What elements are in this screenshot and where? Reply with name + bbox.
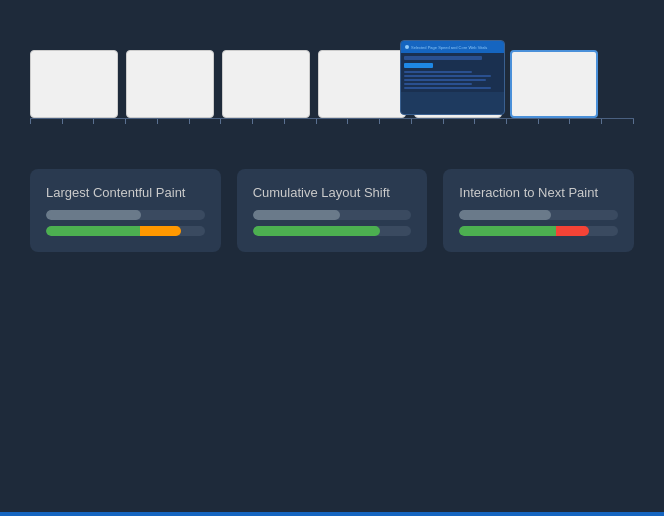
tick-19	[601, 119, 602, 124]
cls-bar-gray	[253, 210, 340, 220]
tick-1	[30, 119, 31, 124]
tick-6	[189, 119, 190, 124]
tick-18	[569, 119, 570, 124]
tick-17	[538, 119, 539, 124]
tick-15	[474, 119, 475, 124]
metrics-section: Largest Contentful Paint Cumulative Layo…	[20, 169, 644, 252]
inp-bar-color	[459, 226, 589, 236]
inp-bar-track-1	[459, 210, 618, 220]
tick-7	[220, 119, 221, 124]
inp-bar-gray	[459, 210, 551, 220]
cls-bar-track-2	[253, 226, 412, 236]
popup-lines	[404, 71, 501, 89]
popup-dot	[405, 45, 409, 49]
popup-analyze-btn[interactable]	[404, 63, 433, 68]
popup-line-5	[404, 87, 491, 89]
thumbnail-1[interactable]	[30, 50, 118, 118]
cls-bar-track-1	[253, 210, 412, 220]
popup-screenshot: Selected Page Speed and Core Web Vitals	[400, 40, 505, 115]
popup-header-label: Selected Page Speed and Core Web Vitals	[411, 45, 487, 50]
inp-bar-track-2	[459, 226, 618, 236]
popup-line-1	[404, 71, 472, 73]
cls-title: Cumulative Layout Shift	[253, 185, 412, 200]
tick-10	[316, 119, 317, 124]
popup-header: Selected Page Speed and Core Web Vitals	[401, 41, 504, 53]
cls-card: Cumulative Layout Shift	[237, 169, 428, 252]
popup-line-2	[404, 75, 491, 77]
lcp-bars	[46, 210, 205, 236]
inp-bars	[459, 210, 618, 236]
tick-16	[506, 119, 507, 124]
thumbnail-6-active[interactable]	[510, 50, 598, 118]
tick-2	[62, 119, 63, 124]
tick-9	[284, 119, 285, 124]
inp-title: Interaction to Next Paint	[459, 185, 618, 200]
popup-line-4	[404, 83, 472, 85]
inp-card: Interaction to Next Paint	[443, 169, 634, 252]
tick-13	[411, 119, 412, 124]
main-container: Selected Page Speed and Core Web Vitals	[0, 0, 664, 516]
tick-marks	[30, 119, 634, 124]
lcp-bar-track-1	[46, 210, 205, 220]
thumbnail-3[interactable]	[222, 50, 310, 118]
tick-4	[125, 119, 126, 124]
popup-title-bar	[404, 56, 482, 60]
bottom-accent-bar	[0, 512, 664, 516]
timeline-line	[30, 118, 634, 119]
popup-body	[401, 53, 504, 92]
thumbnail-4[interactable]	[318, 50, 406, 118]
tick-20	[633, 119, 634, 124]
tick-12	[379, 119, 380, 124]
thumbnails-row: Selected Page Speed and Core Web Vitals	[20, 50, 644, 118]
tick-3	[93, 119, 94, 124]
popup-line-3	[404, 79, 486, 81]
tick-8	[252, 119, 253, 124]
tick-11	[347, 119, 348, 124]
thumbnail-2[interactable]	[126, 50, 214, 118]
lcp-title: Largest Contentful Paint	[46, 185, 205, 200]
lcp-bar-color	[46, 226, 181, 236]
lcp-bar-gray	[46, 210, 141, 220]
cls-bars	[253, 210, 412, 236]
cls-bar-color	[253, 226, 380, 236]
lcp-card: Largest Contentful Paint	[30, 169, 221, 252]
lcp-bar-track-2	[46, 226, 205, 236]
tick-14	[443, 119, 444, 124]
timeline-section: Selected Page Speed and Core Web Vitals	[20, 50, 644, 124]
tick-5	[157, 119, 158, 124]
